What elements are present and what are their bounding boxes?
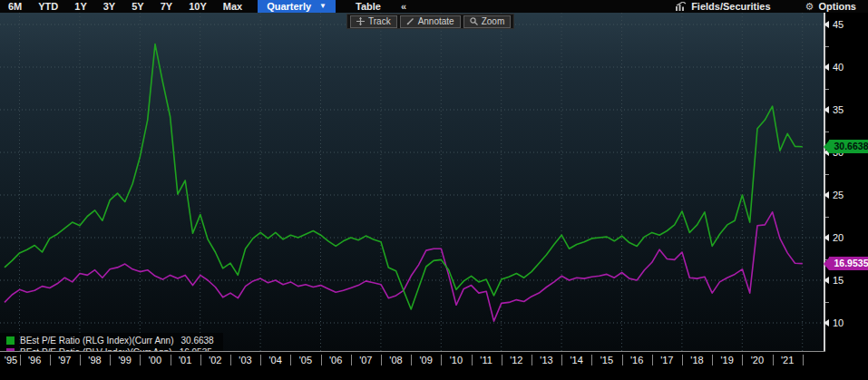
price-chart-svg — [0, 13, 825, 352]
magnifier-icon — [470, 17, 478, 25]
x-tick — [591, 355, 592, 365]
x-tick — [200, 355, 201, 365]
range-tab-1y[interactable]: 1Y — [66, 0, 94, 13]
x-tick — [712, 355, 713, 365]
track-label: Track — [368, 16, 391, 27]
range-tab-6m[interactable]: 6M — [0, 0, 30, 13]
x-year-label-99: '99 — [119, 354, 132, 367]
x-tick — [411, 355, 412, 365]
x-tick — [622, 355, 623, 365]
x-year-label-17: '17 — [660, 354, 673, 367]
x-tick — [290, 355, 291, 365]
gear-icon: ⚙ — [805, 2, 814, 11]
x-year-label-04: '04 — [269, 354, 282, 367]
x-tick — [472, 355, 473, 365]
range-tab-5y[interactable]: 5Y — [123, 0, 151, 13]
y-tick-label-20: 20 — [833, 232, 844, 243]
chart-fields-icon — [676, 2, 687, 11]
x-tick — [80, 355, 81, 365]
x-year-label-07: '07 — [359, 354, 372, 367]
y-tick-arrow-45 — [824, 21, 829, 28]
series-line-rlg — [5, 44, 803, 309]
chart-tools-toolbar: Track Annotate Zoom — [346, 14, 514, 29]
y-tick-label-40: 40 — [833, 62, 844, 73]
x-year-label-02: '02 — [209, 354, 221, 367]
chart-gp-window: 6MYTD1Y3Y5Y7Y10YMax Quarterly ▼ Table « … — [0, 0, 868, 380]
bottom-margin — [0, 369, 868, 380]
x-year-label-10: '10 — [450, 354, 463, 367]
x-tick — [20, 355, 21, 365]
range-tab-3y[interactable]: 3Y — [95, 0, 123, 13]
y-tick-label-35: 35 — [833, 104, 844, 115]
collapse-toolbar-button[interactable]: « — [395, 0, 412, 13]
rlv-last-value-badge: 16.9535 — [824, 257, 868, 270]
x-year-label-15: '15 — [600, 354, 613, 367]
period-selector-dropdown[interactable]: Quarterly ▼ — [258, 0, 336, 13]
x-tick — [773, 355, 774, 365]
y-tick-label-15: 15 — [833, 275, 844, 286]
x-year-label-20: '20 — [751, 354, 764, 367]
chart-plot-area[interactable]: BEst P/E Ratio (RLG Index)(Curr Ann) 30.… — [0, 13, 825, 352]
x-axis[interactable]: '95'96'97'98'99'00'01'02'03'04'05'06'07'… — [0, 352, 868, 369]
range-tab-group: 6MYTD1Y3Y5Y7Y10YMax — [0, 0, 250, 13]
y-axis[interactable]: 101520253035404530.663816.9535 — [825, 13, 868, 352]
x-year-label-21: '21 — [781, 354, 794, 367]
fields-securities-button[interactable]: Fields/Securities — [676, 0, 770, 13]
options-button[interactable]: ⚙ Options — [805, 0, 856, 13]
x-tick — [502, 355, 502, 365]
x-year-label-12: '12 — [510, 354, 522, 367]
x-tick — [110, 355, 111, 365]
series-line-rlv — [5, 212, 803, 321]
legend-row-rlg: BEst P/E Ratio (RLG Index)(Curr Ann) 30.… — [6, 335, 214, 346]
range-tab-ytd[interactable]: YTD — [30, 0, 66, 13]
x-tick — [803, 355, 804, 365]
y-tick-label-10: 10 — [833, 317, 844, 328]
track-crosshair-icon — [356, 17, 365, 25]
range-tab-7y[interactable]: 7Y — [152, 0, 180, 13]
top-toolbar: 6MYTD1Y3Y5Y7Y10YMax Quarterly ▼ Table « … — [0, 0, 868, 13]
y-tick-arrow-25 — [824, 191, 829, 199]
y-tick-minor — [825, 217, 829, 218]
x-tick — [171, 355, 171, 365]
x-year-label-98: '98 — [88, 354, 101, 367]
x-tick — [381, 355, 382, 365]
range-tab-max[interactable]: Max — [215, 0, 250, 13]
rlg-last-value-badge: 30.6638 — [824, 140, 868, 153]
chevron-down-icon: ▼ — [319, 0, 327, 13]
x-tick — [351, 355, 352, 365]
x-year-label-05: '05 — [299, 354, 312, 367]
topbar-right-group: Fields/Securities ⚙ Options — [676, 0, 856, 13]
y-tick-minor — [825, 46, 829, 47]
x-year-label-14: '14 — [571, 354, 583, 367]
y-tick-arrow-40 — [824, 63, 829, 71]
pencil-icon — [406, 17, 414, 25]
rlg-series-value: 30.6638 — [181, 336, 214, 346]
zoom-button[interactable]: Zoom — [463, 15, 512, 28]
annotate-label: Annotate — [418, 16, 454, 27]
badge-value: 16.9535 — [829, 257, 868, 270]
x-year-label-19: '19 — [721, 354, 734, 367]
x-tick — [230, 355, 231, 365]
y-tick-arrow-35 — [824, 106, 829, 113]
x-year-label-97: '97 — [58, 354, 71, 367]
x-year-label-03: '03 — [239, 354, 251, 367]
y-tick-minor — [825, 132, 829, 132]
track-button[interactable]: Track — [350, 15, 397, 28]
x-year-label-01: '01 — [179, 354, 191, 367]
rlg-series-label: BEst P/E Ratio (RLG Index)(Curr Ann) — [20, 336, 174, 346]
x-tick — [321, 355, 322, 365]
x-year-label-96: '96 — [28, 354, 41, 367]
y-tick-label-45: 45 — [833, 19, 844, 30]
y-tick-minor — [825, 302, 829, 303]
table-button[interactable]: Table — [345, 0, 392, 13]
x-year-label-13: '13 — [540, 354, 552, 367]
x-year-label-11: '11 — [480, 354, 493, 367]
x-year-label-06: '06 — [329, 354, 342, 367]
x-tick — [742, 355, 743, 365]
range-tab-10y[interactable]: 10Y — [180, 0, 215, 13]
annotate-button[interactable]: Annotate — [400, 15, 461, 28]
y-tick-minor — [825, 89, 829, 90]
x-year-label-09: '09 — [420, 354, 433, 367]
x-tick — [682, 355, 683, 365]
options-label: Options — [818, 0, 856, 13]
